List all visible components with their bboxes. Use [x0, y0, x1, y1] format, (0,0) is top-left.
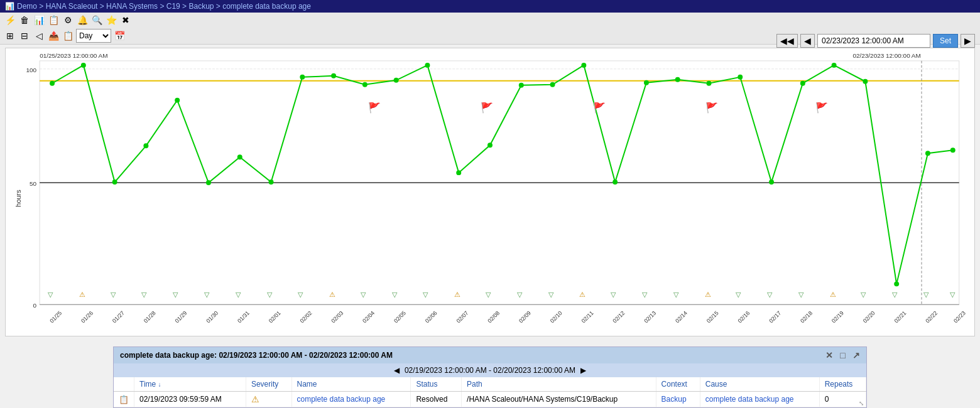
svg-point-27 — [550, 82, 555, 87]
prev-btn[interactable]: ◀ — [800, 34, 815, 48]
time-input[interactable] — [817, 34, 930, 48]
svg-text:02/14: 02/14 — [674, 310, 689, 325]
row-status: Resolved — [411, 392, 462, 407]
period-select[interactable]: Hour Day Week Month — [76, 29, 111, 43]
row-cause[interactable]: complete data backup age — [700, 392, 819, 407]
alert-prev-btn[interactable]: ◀ — [394, 366, 400, 375]
settings-btn[interactable]: ⚙ — [62, 14, 74, 26]
row-time: 02/19/2023 09:59:59 AM — [134, 392, 246, 407]
zoom-in-btn[interactable]: ⊞ — [4, 30, 16, 42]
svg-text:⚠: ⚠ — [830, 291, 836, 298]
alert-btn[interactable]: 🔔 — [76, 14, 89, 26]
svg-text:02/23: 02/23 — [952, 310, 967, 325]
export-btn[interactable]: 📤 — [47, 30, 60, 42]
alert-title-text: complete data backup age: 02/19/2023 12:… — [120, 351, 393, 360]
svg-text:🚩: 🚩 — [815, 102, 828, 114]
svg-text:▽: ▽ — [111, 291, 116, 298]
close-btn[interactable]: ✖ — [119, 14, 132, 26]
row-context[interactable]: Backup — [656, 392, 700, 407]
svg-text:▽: ▽ — [236, 291, 241, 298]
row-name[interactable]: complete data backup age — [291, 392, 411, 407]
col-cause[interactable]: Cause — [700, 377, 819, 392]
svg-text:▽: ▽ — [767, 291, 773, 298]
alert-maximize-btn[interactable]: ↗ — [852, 350, 860, 360]
svg-point-14 — [143, 143, 148, 148]
svg-text:02/04: 02/04 — [361, 310, 376, 325]
svg-point-24 — [456, 170, 461, 175]
refresh-btn[interactable]: ⚡ — [4, 14, 16, 26]
table-btn[interactable]: 📋 — [47, 14, 60, 26]
alert-next-btn[interactable]: ▶ — [580, 366, 586, 375]
svg-text:50: 50 — [30, 180, 37, 187]
svg-text:⚠: ⚠ — [79, 291, 85, 298]
prev-period-btn[interactable]: ◁ — [33, 30, 45, 42]
svg-text:02/17: 02/17 — [768, 310, 782, 325]
svg-text:01/25: 01/25 — [48, 310, 63, 325]
copy-btn[interactable]: 📋 — [62, 30, 74, 42]
svg-text:02/15: 02/15 — [705, 310, 720, 325]
svg-point-33 — [738, 75, 743, 80]
breadcrumb-bar: 📊 Demo > HANA Scaleout > HANA Systems > … — [0, 0, 980, 13]
next-btn[interactable]: ▶ — [961, 34, 975, 48]
set-button[interactable]: Set — [933, 34, 958, 48]
first-btn[interactable]: ◀◀ — [776, 34, 798, 48]
svg-text:02/01: 02/01 — [268, 310, 282, 325]
svg-text:02/05: 02/05 — [393, 310, 407, 325]
col-severity[interactable]: Severity — [246, 377, 291, 392]
toolbar-row1: ⚡ 🗑 📊 📋 ⚙ 🔔 🔍 ⭐ ✖ — [0, 13, 980, 28]
zoom-out-btn[interactable]: ⊟ — [18, 30, 31, 42]
app-icon: 📊 — [5, 2, 14, 11]
svg-text:🚩: 🚩 — [706, 102, 719, 114]
svg-point-30 — [644, 80, 649, 85]
svg-point-23 — [425, 63, 430, 68]
svg-text:02/21: 02/21 — [893, 310, 908, 325]
svg-text:⚠: ⚠ — [705, 291, 711, 298]
svg-point-15 — [175, 98, 180, 103]
col-context[interactable]: Context — [656, 377, 700, 392]
svg-text:🚩: 🚩 — [481, 102, 493, 114]
calendar-btn[interactable]: 📅 — [113, 30, 126, 42]
svg-text:▽: ▽ — [611, 291, 616, 298]
svg-point-18 — [269, 180, 274, 185]
svg-point-32 — [706, 81, 711, 86]
svg-text:02/12: 02/12 — [611, 310, 626, 325]
svg-text:▽: ▽ — [642, 291, 648, 298]
svg-text:02/06: 02/06 — [424, 310, 438, 325]
svg-text:▽: ▽ — [361, 291, 366, 298]
resize-handle[interactable]: ⤡ — [859, 400, 866, 407]
svg-text:▽: ▽ — [486, 291, 491, 298]
svg-text:▽: ▽ — [173, 291, 178, 298]
chart-btn[interactable]: 📊 — [33, 14, 45, 26]
alert-minimize-btn[interactable]: ✕ — [825, 350, 833, 360]
svg-point-28 — [581, 63, 586, 68]
svg-text:▽: ▽ — [673, 291, 679, 298]
alert-restore-btn[interactable]: □ — [840, 350, 845, 360]
svg-point-11 — [50, 81, 55, 86]
star-btn[interactable]: ⭐ — [105, 14, 117, 26]
svg-text:02/03: 02/03 — [330, 310, 344, 325]
col-time[interactable]: Time ↓ — [134, 377, 246, 392]
svg-point-31 — [675, 77, 680, 82]
y-axis-label: hours — [14, 190, 22, 207]
delete-btn[interactable]: 🗑 — [18, 14, 31, 26]
svg-text:⚠: ⚠ — [454, 291, 460, 298]
svg-point-16 — [206, 180, 211, 185]
filter-btn[interactable]: 🔍 — [90, 14, 103, 26]
svg-point-26 — [519, 83, 524, 88]
svg-point-35 — [800, 81, 805, 86]
table-row: 📋 02/19/2023 09:59:59 AM ⚠ complete data… — [114, 392, 866, 407]
col-path[interactable]: Path — [462, 377, 656, 392]
col-name[interactable]: Name — [291, 377, 411, 392]
svg-text:▽: ▽ — [423, 291, 428, 298]
svg-text:02/09: 02/09 — [518, 310, 532, 325]
svg-point-20 — [331, 73, 336, 78]
svg-text:▽: ▽ — [204, 291, 210, 298]
row-icon: 📋 — [114, 392, 134, 407]
svg-point-40 — [950, 148, 956, 153]
svg-text:▽: ▽ — [267, 291, 273, 298]
svg-point-17 — [237, 154, 242, 159]
col-repeats[interactable]: Repeats — [819, 377, 866, 392]
svg-text:02/19: 02/19 — [830, 310, 845, 325]
col-status[interactable]: Status — [411, 377, 462, 392]
svg-text:01/26: 01/26 — [80, 310, 94, 325]
